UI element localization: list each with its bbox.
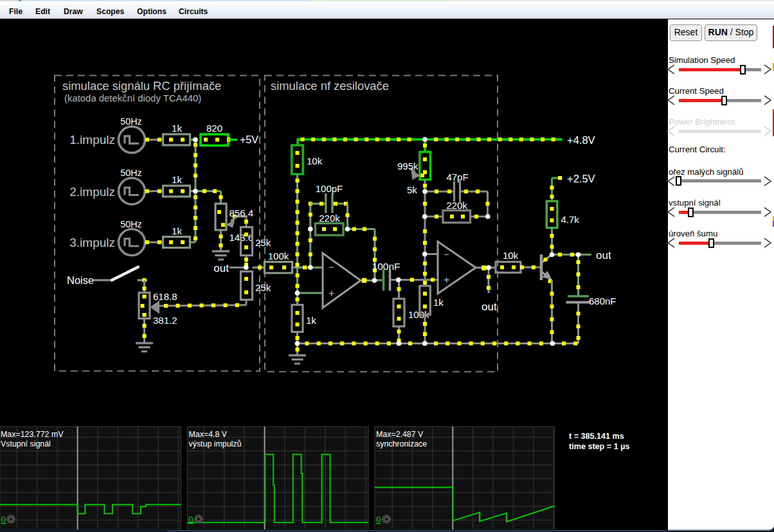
svg-text:time step = 1 µs: time step = 1 µs <box>569 442 629 451</box>
svg-text:47pF: 47pF <box>446 172 468 182</box>
svg-text:5k: 5k <box>407 184 417 195</box>
svg-text:out: out <box>482 301 497 313</box>
svg-text:1.impulz: 1.impulz <box>69 133 115 146</box>
svg-text:856.4: 856.4 <box>230 208 254 218</box>
svg-text:+2.5V: +2.5V <box>567 173 595 184</box>
svg-text:simulace signálu RC přijímače: simulace signálu RC přijímače <box>62 79 221 93</box>
svg-text:2.impulz: 2.impulz <box>69 185 115 199</box>
svg-text:995k: 995k <box>397 161 419 172</box>
svg-text:50Hz: 50Hz <box>120 219 141 229</box>
svg-text:1k: 1k <box>306 315 316 326</box>
svg-text:Vstupní signál: Vstupní signál <box>1 439 51 448</box>
svg-text:50Hz: 50Hz <box>120 168 141 178</box>
svg-text:100nF: 100nF <box>372 261 401 272</box>
svg-text:(katoda detekční diody TCA440): (katoda detekční diody TCA440) <box>64 93 201 103</box>
svg-text:out: out <box>213 262 229 274</box>
svg-text:4.7k: 4.7k <box>561 214 580 225</box>
svg-text:1k: 1k <box>172 123 182 134</box>
svg-text:820: 820 <box>206 123 222 134</box>
svg-text:−: − <box>328 262 334 272</box>
svg-text:100k: 100k <box>268 251 289 262</box>
svg-text:0: 0 <box>376 515 381 524</box>
svg-text:3.impulz: 3.impulz <box>69 236 115 249</box>
svg-text:simulace nf zesilovače: simulace nf zesilovače <box>271 79 389 93</box>
svg-text:10k: 10k <box>307 155 323 166</box>
svg-text:+5V: +5V <box>240 134 258 145</box>
svg-text:Max=4.8 V: Max=4.8 V <box>189 430 228 439</box>
svg-text:10k: 10k <box>503 250 519 261</box>
svg-text:Max=123.772 mV: Max=123.772 mV <box>1 430 64 439</box>
svg-text:25k: 25k <box>255 282 271 293</box>
svg-text:680nF: 680nF <box>589 296 616 306</box>
svg-text:100pF: 100pF <box>316 183 343 194</box>
svg-text:out: out <box>596 249 611 262</box>
svg-text:50Hz: 50Hz <box>120 116 141 127</box>
svg-text:+4.8V: +4.8V <box>567 134 595 146</box>
svg-text:výstup impulzů: výstup impulzů <box>189 439 242 448</box>
svg-text:−: − <box>444 249 449 260</box>
svg-text:618.8: 618.8 <box>153 291 177 302</box>
svg-text:1k: 1k <box>172 174 182 185</box>
svg-text:220k: 220k <box>446 200 467 211</box>
svg-text:+: + <box>444 274 449 285</box>
svg-text:25k: 25k <box>255 237 271 248</box>
svg-text:1k: 1k <box>172 226 182 236</box>
svg-text:220k: 220k <box>319 213 340 224</box>
svg-text:0: 0 <box>1 515 6 524</box>
svg-text:Noise: Noise <box>67 274 94 286</box>
svg-text:synchronizace: synchronizace <box>376 439 427 448</box>
svg-text:381.2: 381.2 <box>153 315 177 326</box>
svg-text:t = 385.141 ms: t = 385.141 ms <box>569 432 624 441</box>
svg-text:+: + <box>328 288 334 299</box>
svg-text:0: 0 <box>188 515 194 524</box>
svg-text:1k: 1k <box>433 297 444 308</box>
svg-text:Max=2.487 V: Max=2.487 V <box>376 430 424 439</box>
